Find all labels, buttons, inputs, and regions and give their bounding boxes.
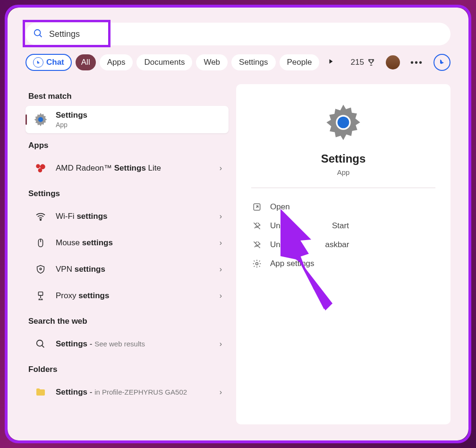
svg-point-21 <box>256 263 258 265</box>
filter-all[interactable]: All <box>76 54 96 70</box>
chevron-right-icon: › <box>220 239 222 247</box>
detail-title: Settings <box>251 152 435 165</box>
action-unpin-taskbar[interactable]: Unpin askbar <box>251 235 435 254</box>
svg-line-17 <box>42 345 44 348</box>
unpin-icon <box>252 221 262 231</box>
expand-filters-icon[interactable] <box>328 58 334 67</box>
section-folders: Folders <box>28 365 229 374</box>
filter-row: Chat All Apps Documents Web Settings Peo… <box>26 54 450 71</box>
filter-settings[interactable]: Settings <box>231 54 275 70</box>
gear-icon <box>252 259 262 268</box>
section-apps: Apps <box>28 141 229 150</box>
detail-app-icon <box>251 101 435 144</box>
user-avatar[interactable] <box>386 55 400 69</box>
svg-point-19 <box>338 117 349 129</box>
shield-icon <box>32 261 49 278</box>
result-wifi-settings[interactable]: Wi-Fi settings › <box>26 203 229 230</box>
amd-icon <box>32 160 49 177</box>
action-unpin-start[interactable]: Unpi Start <box>251 216 435 235</box>
bing-icon <box>33 57 43 68</box>
section-best-match: Best match <box>28 92 229 101</box>
svg-line-1 <box>40 35 42 37</box>
bing-chat-button[interactable] <box>434 54 450 71</box>
action-open[interactable]: Open <box>251 198 435 216</box>
result-subtitle: App <box>56 121 222 129</box>
result-mouse-settings[interactable]: Mouse settings › <box>26 230 229 256</box>
search-panel: Chat All Apps Documents Web Settings Peo… <box>8 8 468 440</box>
section-settings: Settings <box>28 189 229 198</box>
filter-web[interactable]: Web <box>196 54 228 70</box>
results-list: Best match Settings App Apps AMD Radeon™… <box>26 84 229 424</box>
chevron-right-icon: › <box>220 292 222 300</box>
result-proxy-settings[interactable]: Proxy settings › <box>26 283 229 309</box>
result-title: Settings <box>56 111 222 120</box>
trophy-icon <box>367 58 375 67</box>
result-vpn-settings[interactable]: VPN settings › <box>26 256 229 283</box>
svg-point-0 <box>34 30 41 36</box>
detail-subtitle: App <box>251 168 435 176</box>
more-options-icon[interactable]: ••• <box>410 57 423 68</box>
action-app-settings[interactable]: App settings <box>251 254 435 273</box>
filter-chat[interactable]: Chat <box>26 54 72 71</box>
svg-point-3 <box>38 117 43 122</box>
filter-people[interactable]: People <box>280 54 320 70</box>
result-settings-app[interactable]: Settings App <box>26 106 229 133</box>
proxy-icon <box>32 287 49 304</box>
chevron-right-icon: › <box>220 340 222 348</box>
search-input[interactable] <box>26 23 450 45</box>
chevron-right-icon: › <box>220 388 222 396</box>
chevron-right-icon: › <box>220 212 222 221</box>
detail-pane: Settings App Open Unpi Start <box>236 84 450 424</box>
chevron-right-icon: › <box>220 164 222 172</box>
result-amd-settings[interactable]: AMD Radeon™ Settings Lite › <box>26 155 229 181</box>
rewards-points[interactable]: 215 <box>351 58 375 67</box>
divider <box>251 188 435 188</box>
mouse-icon <box>32 234 49 251</box>
svg-rect-11 <box>38 292 42 295</box>
filter-documents[interactable]: Documents <box>136 54 192 70</box>
svg-point-6 <box>38 168 42 172</box>
folder-icon <box>32 384 49 401</box>
open-icon <box>252 202 262 212</box>
svg-point-10 <box>40 268 42 270</box>
svg-point-7 <box>40 219 42 221</box>
searchbar-container <box>26 23 450 45</box>
svg-point-16 <box>37 340 43 346</box>
result-web-search[interactable]: Settings - See web results › <box>26 331 229 357</box>
svg-point-4 <box>36 164 40 168</box>
gear-icon <box>32 111 49 128</box>
section-search-web: Search the web <box>28 317 229 326</box>
chevron-right-icon: › <box>220 265 222 274</box>
unpin-icon <box>252 240 262 250</box>
wifi-icon <box>32 208 49 225</box>
result-folder-settings[interactable]: Settings - in Profile-ZEPHYRUS GA502 › <box>26 379 229 405</box>
search-icon <box>33 28 43 41</box>
search-icon <box>32 336 49 353</box>
filter-apps[interactable]: Apps <box>100 54 133 70</box>
